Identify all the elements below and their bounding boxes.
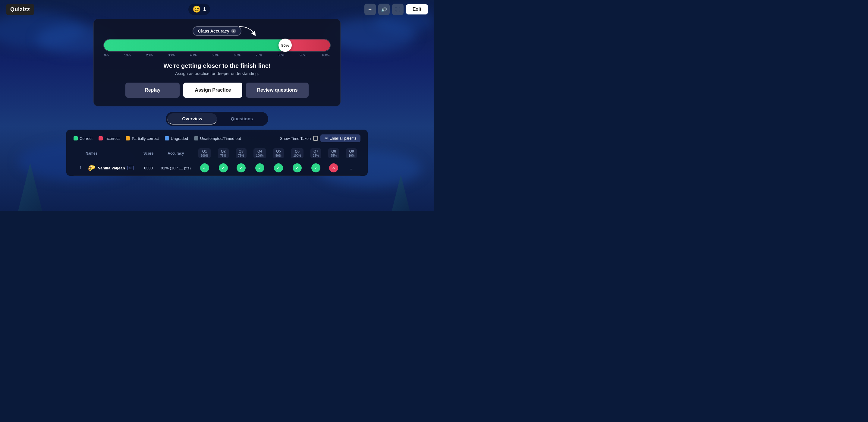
class-accuracy-label: Class Accuracy i (193, 26, 241, 36)
progress-bar-background (103, 39, 331, 52)
ungraded-label: Ungraded (171, 136, 188, 141)
sound-icon: 🔊 (381, 7, 387, 12)
mail-icon[interactable]: ✉ (127, 166, 133, 170)
correct-indicator: ✓ (255, 163, 264, 173)
unattempted-label: Unattempted/Timed out (200, 136, 241, 141)
ungraded-dot (165, 136, 169, 141)
unattempted-dot (194, 136, 198, 141)
tab-questions[interactable]: Questions (217, 113, 267, 124)
correct-dot (73, 136, 78, 141)
show-time-label: Show Time Taken (280, 136, 311, 141)
col-q8: Q875% (325, 147, 343, 160)
show-time-checkbox[interactable] (313, 136, 318, 141)
player-avatar: 🌮 (88, 164, 96, 172)
review-questions-button[interactable]: Review questions (246, 83, 308, 98)
accuracy-cell: 91% (10 / 11 pts) (157, 160, 195, 176)
col-q5: Q550% (270, 147, 287, 160)
incorrect-label: Incorrect (104, 136, 120, 141)
tabs-row: Overview Questions (166, 112, 268, 126)
col-q1: Q1100% (195, 147, 214, 160)
correct-indicator: ✓ (274, 163, 283, 173)
tick-90: 90% (300, 53, 306, 57)
col-score: Score (140, 147, 157, 160)
info-icon: i (231, 29, 236, 33)
sound-button[interactable]: 🔊 (378, 4, 390, 15)
incorrect-dot (98, 136, 103, 141)
tick-80: 80% (278, 53, 284, 57)
tab-overview[interactable]: Overview (167, 113, 217, 124)
rank-number: 1 (80, 166, 86, 170)
tick-20: 20% (146, 53, 153, 57)
assign-practice-button[interactable]: Assign Practice (183, 83, 242, 98)
col-q2: Q275% (214, 147, 232, 160)
tick-30: 30% (168, 53, 175, 57)
q8-result: ✕ (325, 160, 343, 176)
arrow-indicator (238, 25, 259, 37)
legend-partial: Partially correct (126, 136, 159, 141)
tick-10: 10% (124, 53, 131, 57)
table-header-row: Names Score Accuracy Q1100% Q275% Q375% … (73, 147, 361, 160)
tick-100: 100% (321, 53, 330, 57)
q2-result: ✓ (214, 160, 232, 176)
bottom-panel: Correct Incorrect Partially correct Ungr… (66, 130, 368, 176)
topbar: Quizizz 😊 1 ✦ 🔊 ⛶ Exit (0, 0, 434, 19)
player-name: Vanilla Valjean (98, 166, 125, 170)
legend-ungraded: Ungraded (165, 136, 188, 141)
player-counter: 😊 1 (188, 4, 210, 15)
tick-70: 70% (255, 53, 262, 57)
accuracy-label-row: Class Accuracy i (103, 26, 331, 36)
partial-dot (126, 136, 130, 141)
tick-40: 40% (190, 53, 196, 57)
legend-correct: Correct (73, 136, 93, 141)
legend-incorrect: Incorrect (98, 136, 120, 141)
correct-indicator: ✓ (293, 163, 302, 173)
table-row: 1 🌮 Vanilla Valjean ✉ 6300 91% (10 / 11 … (73, 160, 361, 176)
correct-label: Correct (80, 136, 93, 141)
progress-thumb: 80% (278, 38, 292, 52)
q6-result: ✓ (287, 160, 307, 176)
q4-result: ✓ (250, 160, 270, 176)
correct-indicator: ✓ (200, 163, 209, 173)
email-all-parents-button[interactable]: ✉ Email all parents (320, 134, 361, 142)
q1-result: ✓ (195, 160, 214, 176)
correct-indicator: ✓ (219, 163, 228, 173)
accuracy-card: Class Accuracy i (93, 19, 341, 107)
col-q6: Q6100% (287, 147, 307, 160)
replay-button[interactable]: Replay (125, 83, 180, 98)
incorrect-indicator: ✕ (329, 163, 338, 173)
fullscreen-icon: ⛶ (396, 7, 400, 12)
q3-result: ✓ (232, 160, 250, 176)
email-icon: ✉ (324, 136, 328, 141)
effects-icon: ✦ (368, 7, 372, 12)
more-col: … (343, 160, 361, 176)
show-time-taken-row: Show Time Taken ✉ Email all parents (280, 134, 361, 142)
tick-50: 50% (212, 53, 218, 57)
message-subtitle: Assign as practice for deeper understand… (103, 71, 331, 76)
partial-label: Partially correct (132, 136, 159, 141)
email-label: Email all parents (330, 136, 356, 141)
action-buttons: Replay Assign Practice Review questions (103, 83, 331, 98)
effects-button[interactable]: ✦ (364, 4, 376, 15)
player-info: 1 🌮 Vanilla Valjean ✉ (76, 164, 137, 172)
col-accuracy: Accuracy (157, 147, 195, 160)
player-count: 1 (203, 7, 206, 12)
correct-indicator: ✓ (311, 163, 320, 173)
topbar-actions: ✦ 🔊 ⛶ Exit (364, 4, 428, 15)
progress-labels: 0% 10% 20% 30% 40% 50% 60% 70% 80% 90% 1… (103, 53, 331, 57)
exit-button[interactable]: Exit (406, 4, 428, 14)
col-q3: Q375% (232, 147, 250, 160)
legend-unattempted: Unattempted/Timed out (194, 136, 241, 141)
quizizz-logo: Quizizz (6, 4, 34, 15)
message-section: We're getting closer to the finish line!… (103, 62, 331, 76)
progress-container: 80% 0% 10% 20% 30% 40% 50% 60% 70% 80% 9… (103, 39, 331, 57)
tick-60: 60% (234, 53, 241, 57)
player-name-cell: 1 🌮 Vanilla Valjean ✉ (73, 160, 140, 176)
col-q9: Q910% (343, 147, 361, 160)
col-q4: Q4100% (250, 147, 270, 160)
score-cell: 6300 (140, 160, 157, 176)
fullscreen-button[interactable]: ⛶ (392, 4, 404, 15)
results-table: Names Score Accuracy Q1100% Q275% Q375% … (73, 147, 361, 176)
message-title: We're getting closer to the finish line! (103, 62, 331, 69)
q5-result: ✓ (270, 160, 287, 176)
tick-0: 0% (104, 53, 109, 57)
